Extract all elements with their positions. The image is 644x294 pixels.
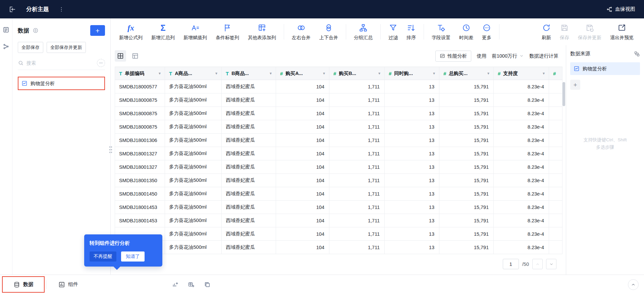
table-cell: 8.23e-4 [494, 107, 549, 120]
exit-and-preview-button[interactable]: 退出并预览 [606, 23, 638, 41]
table-cell [549, 107, 562, 120]
table-cell [549, 187, 562, 201]
collapse-panel-button[interactable] [628, 279, 639, 290]
column-header[interactable]: #支持度▾ [494, 67, 549, 80]
step-item[interactable]: 购物篮分析 [570, 62, 640, 75]
new-summary-column-button[interactable]: Σ新增汇总列 [147, 23, 179, 41]
duplicate-button[interactable] [204, 281, 211, 288]
column-header[interactable]: #购买A...▾ [276, 67, 329, 80]
filter-caret-icon[interactable]: ▾ [268, 71, 272, 76]
panel-resize-handle[interactable] [109, 146, 112, 154]
table-cell: 15,791 [439, 187, 494, 201]
filter-caret-icon[interactable]: ▾ [541, 71, 545, 76]
collapse-icon[interactable] [33, 27, 39, 33]
lineage-view-button[interactable]: 血缘视图 [606, 6, 635, 12]
merge-left-right-button[interactable]: 左右合并 [287, 23, 315, 41]
filter-caret-icon[interactable]: ▾ [157, 71, 161, 76]
table-cell: 多力葵花油500ml [165, 241, 222, 254]
bottom-tab-component[interactable]: 组件 [48, 281, 89, 288]
toolbar-item-label: 排序 [407, 35, 416, 41]
bottom-tab-data[interactable]: 数据 [3, 281, 44, 288]
filter-caret-icon[interactable]: ▾ [485, 71, 489, 76]
more-button[interactable]: 更多 [478, 23, 496, 41]
table-cell [549, 174, 562, 187]
search-icon [18, 60, 24, 66]
filter-caret-icon[interactable]: ▾ [431, 71, 435, 76]
table-cell: 8.23e-4 [494, 214, 549, 227]
divider [46, 280, 46, 289]
page-down-button[interactable] [546, 259, 556, 269]
sidebar-title: 数据 [18, 27, 29, 34]
flow-icon[interactable] [634, 51, 640, 57]
column-header[interactable]: # [549, 67, 562, 80]
edit-board-icon[interactable] [3, 26, 9, 33]
table-cell: 8.23e-4 [494, 147, 549, 160]
table-cell: 15,791 [439, 107, 494, 120]
toolbar-group: 过滤排序 [384, 23, 420, 41]
table-cell: 多力葵花油500ml [165, 174, 222, 187]
toolbar-item-label: 字段设置 [432, 35, 450, 41]
column-header[interactable]: TA商品...▾ [165, 67, 222, 80]
table-cell: 15,791 [439, 93, 494, 107]
toolbar-group: 刷新保存保存并更新退出并预览 [537, 23, 638, 41]
filter-caret-icon[interactable]: ▾ [213, 71, 217, 76]
column-header[interactable]: #购买B...▾ [329, 67, 385, 80]
got-it-button[interactable]: 知道了 [121, 251, 145, 262]
share-flow-icon[interactable] [3, 43, 9, 50]
search-input[interactable] [26, 60, 94, 66]
other-table-add-column-button[interactable]: 其他表添加列 [244, 23, 280, 41]
step-item-label: 购物篮分析 [583, 66, 607, 72]
column-header[interactable]: #同时购...▾ [385, 67, 439, 80]
refresh-button[interactable]: 刷新 [537, 23, 555, 41]
exit-preview-icon [618, 23, 626, 33]
table-cell: 104 [276, 120, 329, 134]
save-all-button[interactable]: 全部保存 [18, 42, 43, 53]
save-all-update-button[interactable]: 全部保存并更新 [47, 42, 86, 53]
lineage-icon [606, 6, 612, 12]
group-summary-button[interactable]: 分组汇总 [350, 23, 377, 41]
bottom-actions [172, 281, 211, 288]
filter-caret-icon[interactable]: ▾ [376, 71, 380, 76]
field-settings-icon [437, 23, 445, 33]
column-header[interactable]: #总购买...▾ [439, 67, 494, 80]
grid-view-icon[interactable] [115, 50, 126, 62]
filter-button[interactable]: 过滤 [384, 23, 402, 41]
column-header[interactable]: T单据编码▾ [115, 67, 165, 80]
toolbar-item-label: 刷新 [542, 35, 551, 41]
filter-caret-icon[interactable]: ▾ [321, 71, 325, 76]
search-more-icon[interactable] [97, 59, 105, 67]
merge-top-bottom-button[interactable]: 上下合并 [315, 23, 342, 41]
dont-remind-button[interactable]: 不再提醒 [90, 251, 116, 262]
field-settings-button[interactable]: 字段设置 [427, 23, 455, 41]
insert-chart-button[interactable] [172, 281, 178, 288]
kebab-menu-icon[interactable] [58, 6, 64, 12]
page-number-input[interactable] [503, 259, 519, 269]
table-cell: 8.23e-4 [494, 120, 549, 134]
table-cell: 15,791 [439, 80, 494, 93]
column-header-label: 总购买... [449, 70, 468, 77]
table-cell: 104 [276, 93, 329, 107]
table-cell: 13 [385, 214, 439, 227]
new-formula-column-button[interactable]: fx新增公式列 [115, 23, 147, 41]
exit-door-icon[interactable] [9, 6, 16, 13]
performance-analysis-button[interactable]: 性能分析 [435, 51, 471, 62]
table-view-icon[interactable] [129, 50, 141, 62]
table-cell: 13 [385, 201, 439, 214]
save-and-update-button: 保存并更新 [574, 23, 606, 41]
dataset-item[interactable]: 购物篮分析 [18, 77, 105, 90]
text-type-icon: T [226, 71, 229, 76]
table-cell: 西域香妃蜜瓜 [222, 214, 276, 227]
condition-tag-column-button[interactable]: 条件标签列 [211, 23, 244, 41]
row-limit-dropdown[interactable]: 前1000万行 [492, 53, 524, 59]
table-cell: 8.23e-4 [494, 134, 549, 147]
table-cell: 多力葵花油500ml [165, 201, 222, 214]
add-step-button[interactable]: + [570, 80, 580, 90]
add-dataset-button[interactable]: + [90, 25, 105, 36]
time-diff-button[interactable]: 时间差 [455, 23, 478, 41]
flag-icon [223, 23, 232, 33]
insert-table-button[interactable] [188, 281, 195, 288]
sort-button[interactable]: 排序 [402, 23, 420, 41]
new-assign-column-button[interactable]: 新增赋值列 [179, 23, 211, 41]
column-header[interactable]: TB商品...▾ [222, 67, 276, 80]
vertical-scrollbar[interactable] [562, 82, 565, 106]
